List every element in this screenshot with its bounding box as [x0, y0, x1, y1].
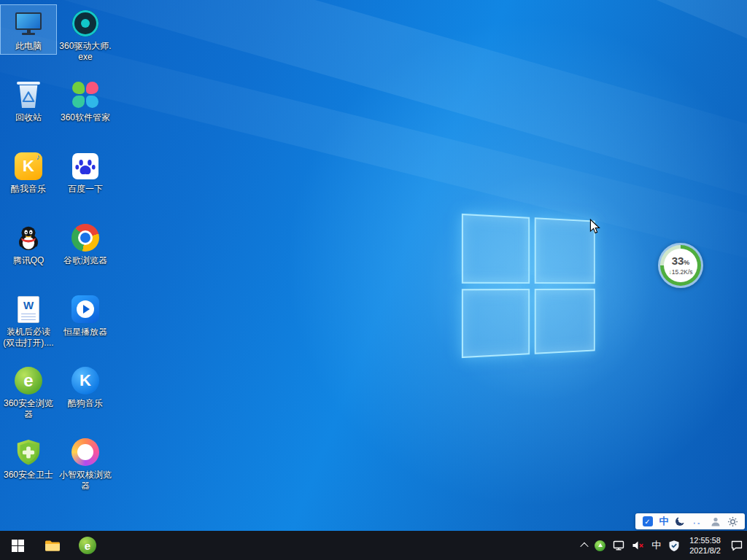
icon-label: 谷歌浏览器 — [63, 255, 107, 266]
system-tray: 中 12:55:58 2021/8/2 — [578, 531, 747, 560]
icon-label: 回收站 — [15, 112, 42, 123]
icon-label: 酷狗音乐 — [68, 398, 103, 409]
desktop-icon-360-driver-master[interactable]: 360驱动大师.exe — [57, 4, 114, 66]
icon-label: 装机后必读(双击打开).... — [1, 327, 55, 349]
360-browser-taskbar-button[interactable]: e — [70, 531, 105, 560]
start-button[interactable] — [0, 531, 35, 560]
ime-toolbar: ✓ 中 ，。 — [635, 513, 745, 529]
network-tray-icon[interactable] — [609, 531, 628, 560]
qq-penguin-icon — [15, 222, 42, 253]
play-button-icon — [71, 294, 99, 324]
icon-label: 360安全卫士 — [4, 470, 53, 481]
windows-logo-pane — [534, 217, 595, 283]
gauge-icon — [72, 8, 98, 39]
this-pc-icon — [15, 8, 42, 39]
360-browser-icon: e — [79, 537, 96, 554]
desktop-icon-kuwo-music[interactable]: K♪ 酷我音乐 — [0, 147, 57, 198]
icon-label: 百度一下 — [68, 184, 103, 195]
icon-label: 腾讯QQ — [13, 255, 44, 266]
taskbar: e 中 12:55:58 2021/8/2 — [0, 531, 747, 560]
desktop-icon-360-software-manager[interactable]: 360软件管家 — [57, 76, 114, 126]
light-beam — [214, 0, 747, 155]
icon-label: 酷我音乐 — [11, 184, 46, 195]
icon-label: 恒星播放器 — [63, 327, 107, 338]
desktop-icon-readme-doc[interactable]: W 装机后必读(双击打开).... — [0, 290, 57, 351]
pinwheel-icon — [72, 79, 98, 110]
show-hidden-icons-button[interactable] — [578, 531, 591, 560]
icon-label: 小智双核浏览器 — [58, 470, 112, 491]
windows-logo-wallpaper — [462, 214, 595, 358]
music-note-icon: ♪ — [36, 152, 41, 161]
windows-logo-pane — [462, 214, 530, 284]
baidu-paw-icon — [72, 151, 98, 182]
moon-icon[interactable] — [676, 517, 684, 526]
notification-bubble-icon — [730, 540, 743, 552]
ime-logo-icon[interactable]: ✓ — [643, 516, 653, 526]
icon-label: 360软件管家 — [61, 112, 110, 123]
ethernet-icon — [613, 540, 624, 551]
green-ball-icon — [595, 540, 605, 551]
windows-logo-glow — [405, 164, 675, 412]
document-icon: W — [18, 294, 39, 324]
folder-icon — [44, 540, 61, 552]
punctuation-mode-icon[interactable]: ，。 — [691, 516, 704, 526]
recycle-bin-icon — [17, 79, 40, 110]
desktop-icon-360-security-guard[interactable]: 360安全卫士 — [0, 433, 57, 483]
desktop-icon-recycle-bin[interactable]: 回收站 — [0, 76, 57, 126]
icon-label: 360安全浏览器 — [1, 398, 55, 420]
desktop-icon-baidu[interactable]: 百度一下 — [57, 147, 114, 198]
ime-chinese-mode[interactable]: 中 — [659, 515, 669, 528]
percent-value: 33% — [672, 255, 690, 268]
desktop-icon-360-safe-browser[interactable]: e 360安全浏览器 — [0, 362, 57, 423]
kugou-icon: K — [71, 365, 99, 396]
kuwo-music-icon: K♪ — [15, 151, 42, 182]
360-speedball-tray-icon[interactable] — [591, 531, 609, 560]
tray-date: 2021/8/2 — [689, 545, 721, 556]
swirl-ring-icon — [71, 437, 99, 467]
chevron-up-icon — [581, 542, 589, 551]
download-speed: ↓15.2K/s — [668, 268, 692, 276]
windows-logo-pane — [534, 288, 595, 354]
desktop-icon-tencent-qq[interactable]: 腾讯QQ — [0, 219, 57, 269]
icon-label: 此电脑 — [15, 41, 42, 52]
icon-label: 360驱动大师.exe — [58, 41, 112, 63]
shield-icon — [15, 437, 42, 467]
speaker-muted-icon — [632, 540, 644, 551]
file-explorer-button[interactable] — [35, 531, 70, 560]
windows-logo-pane — [462, 289, 530, 359]
shield-check-icon — [668, 540, 680, 552]
gear-icon[interactable] — [727, 516, 738, 527]
desktop-icon-this-pc[interactable]: 此电脑 — [0, 4, 57, 55]
tray-time: 12:55:58 — [689, 535, 721, 545]
windows-start-icon — [12, 540, 24, 552]
desktop-icon-xiaozhi-browser[interactable]: 小智双核浏览器 — [57, 433, 114, 494]
security-tray-icon[interactable] — [665, 531, 684, 560]
chrome-icon — [71, 222, 99, 253]
desktop-icon-grid: 此电脑 回收站 K♪ 酷我音乐 — [0, 4, 114, 505]
volume-tray-icon[interactable] — [628, 531, 648, 560]
tray-clock[interactable]: 12:55:58 2021/8/2 — [684, 535, 727, 556]
desktop-icon-stellar-player[interactable]: 恒星播放器 — [57, 290, 114, 341]
progress-ring: 33% ↓15.2K/s — [660, 245, 701, 286]
360-browser-icon: e — [15, 365, 42, 396]
network-speed-widget[interactable]: 33% ↓15.2K/s — [658, 243, 703, 288]
desktop-icon-kugou-music[interactable]: K 酷狗音乐 — [57, 362, 114, 412]
user-icon[interactable] — [711, 516, 721, 527]
action-center-button[interactable] — [727, 531, 747, 560]
desktop-icon-google-chrome[interactable]: 谷歌浏览器 — [57, 219, 114, 269]
ime-tray-indicator[interactable]: 中 — [648, 531, 665, 560]
mouse-cursor — [588, 219, 603, 238]
